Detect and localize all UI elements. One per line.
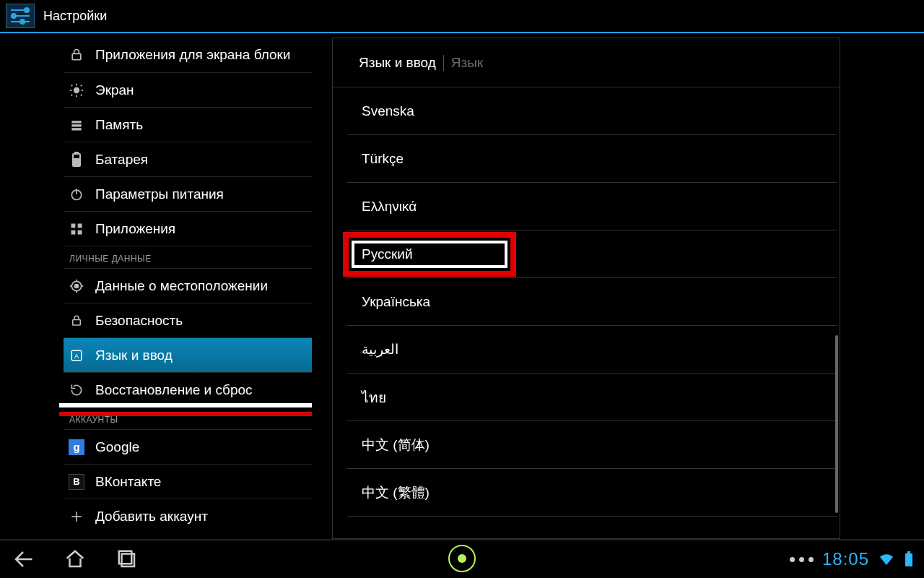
- svg-line-8: [71, 94, 73, 95]
- breadcrumb-current: Язык: [451, 55, 483, 71]
- sidebar-item-apps[interactable]: Приложения: [64, 211, 312, 246]
- battery-status-icon[interactable]: [904, 551, 914, 567]
- sidebar-item-label: Данные о местоположении: [95, 278, 268, 294]
- svg-point-22: [75, 284, 79, 288]
- svg-rect-11: [71, 124, 81, 126]
- svg-rect-14: [75, 152, 78, 154]
- sidebar-item-display[interactable]: Экран: [64, 72, 312, 107]
- language-item-russkiy[interactable]: Русский: [347, 230, 837, 278]
- sidebar-item-battery[interactable]: Батарея: [64, 142, 312, 176]
- language-item-turkce[interactable]: Türkçe: [347, 135, 837, 183]
- google-icon: g: [68, 439, 85, 456]
- backup-icon: [68, 381, 85, 399]
- sidebar-item-label: Google: [95, 439, 139, 455]
- sidebar-item-label: Экран: [95, 82, 134, 98]
- nav-left: [10, 546, 140, 572]
- sidebar-item-label: ВКонтакте: [95, 474, 161, 490]
- status-clock[interactable]: 18:05: [822, 549, 869, 569]
- back-button[interactable]: [10, 546, 36, 572]
- sidebar-item-google[interactable]: g Google: [64, 429, 312, 464]
- sidebar-item-label: Память: [95, 117, 143, 133]
- sidebar-item-label: Добавить аккаунт: [95, 509, 208, 525]
- storage-icon: [68, 116, 85, 134]
- svg-rect-28: [73, 319, 81, 325]
- language-label: 中文 (繁體): [362, 483, 430, 502]
- annotation-underline-red: [59, 412, 312, 416]
- sidebar-item-label: Язык и ввод: [95, 348, 173, 363]
- wifi-icon[interactable]: [878, 552, 895, 566]
- settings-icon: [6, 4, 35, 28]
- language-list[interactable]: Svenska Türkçe Ελληνικά Русский Українсь…: [333, 87, 840, 538]
- sidebar-item-label: Приложения: [95, 221, 175, 237]
- lock-icon: [68, 46, 85, 64]
- language-item-ukrainska[interactable]: Українська: [347, 278, 837, 326]
- security-icon: [68, 312, 85, 329]
- recent-apps-button[interactable]: [114, 546, 140, 572]
- svg-rect-12: [71, 128, 81, 130]
- language-label: ไทย: [362, 387, 386, 408]
- sidebar-item-add-account[interactable]: Добавить аккаунт: [64, 499, 312, 533]
- language-item-ellinika[interactable]: Ελληνικά: [347, 183, 837, 230]
- scrollbar-thumb[interactable]: [835, 335, 838, 513]
- svg-rect-21: [78, 230, 82, 234]
- settings-sidebar[interactable]: Приложения для экрана блоки Экран Память: [3, 38, 312, 539]
- breadcrumb: Язык и ввод Язык: [333, 38, 840, 87]
- sidebar-item-storage[interactable]: Память: [64, 107, 312, 142]
- content-area: Приложения для экрана блоки Экран Память: [0, 33, 924, 539]
- sidebar-item-vkontakte[interactable]: B ВКонтакте: [64, 464, 312, 499]
- system-navbar: 18:05: [0, 539, 924, 578]
- annotation-underline-white: [59, 403, 312, 407]
- language-item-zh-traditional[interactable]: 中文 (繁體): [347, 469, 837, 517]
- sidebar-item-power-params[interactable]: Параметры питания: [64, 176, 312, 211]
- language-item-arabic[interactable]: العربية: [347, 326, 837, 374]
- svg-line-9: [81, 94, 82, 95]
- app-bar: Настройки: [0, 0, 924, 33]
- svg-line-7: [81, 85, 82, 86]
- sidebar-item-language-input[interactable]: A Язык и ввод: [64, 337, 312, 372]
- language-label: 中文 (简体): [362, 436, 430, 454]
- sidebar-section-accounts: АККАУНТЫ: [64, 407, 312, 429]
- voice-search-button[interactable]: [448, 545, 476, 572]
- home-button[interactable]: [62, 546, 88, 572]
- plus-icon: [68, 508, 85, 525]
- language-panel: Язык и ввод Язык Svenska Türkçe Ελληνικά…: [332, 38, 840, 539]
- svg-rect-19: [78, 223, 82, 228]
- sidebar-item-label: Параметры питания: [95, 186, 224, 202]
- svg-rect-36: [905, 553, 912, 566]
- svg-line-6: [71, 85, 73, 86]
- sidebar-item-label: Приложения для экрана блоки: [95, 47, 290, 63]
- language-label: العربية: [362, 341, 398, 358]
- language-item-svenska[interactable]: Svenska: [347, 87, 837, 135]
- power-icon: [68, 186, 85, 203]
- svg-rect-37: [907, 551, 910, 553]
- apps-icon: [68, 220, 85, 238]
- battery-icon: [68, 151, 85, 168]
- screen: Настройки Приложения для экрана блоки Эк…: [0, 0, 924, 578]
- language-item-thai[interactable]: ไทย: [347, 374, 837, 421]
- display-icon: [68, 82, 85, 99]
- svg-rect-20: [71, 230, 76, 234]
- language-label: Русский: [362, 246, 413, 262]
- language-item-zh-simplified[interactable]: 中文 (简体): [347, 421, 837, 469]
- sidebar-item-lockscreen-apps[interactable]: Приложения для экрана блоки: [64, 38, 312, 72]
- language-label: Türkçe: [362, 151, 404, 167]
- language-label: Ελληνικά: [362, 199, 417, 215]
- sidebar-item-label: Безопасность: [95, 313, 183, 329]
- sidebar-item-location[interactable]: Данные о местоположении: [64, 268, 312, 303]
- svg-point-1: [74, 87, 79, 92]
- language-label: Svenska: [362, 103, 414, 119]
- sidebar-item-label: Батарея: [95, 152, 148, 168]
- app-title: Настройки: [43, 9, 107, 24]
- sidebar-item-backup-reset[interactable]: Восстановление и сброс: [64, 372, 312, 407]
- breadcrumb-separator: [443, 55, 444, 71]
- sidebar-section-personal: ЛИЧНЫЕ ДАННЫЕ: [64, 246, 312, 268]
- svg-rect-18: [71, 223, 76, 228]
- breadcrumb-parent[interactable]: Язык и ввод: [359, 55, 436, 71]
- svg-rect-0: [72, 53, 81, 59]
- sidebar-item-security[interactable]: Безопасность: [64, 303, 312, 337]
- svg-rect-15: [74, 159, 79, 165]
- notifications-button[interactable]: [790, 557, 814, 562]
- language-icon: A: [68, 347, 85, 364]
- location-icon: [68, 277, 85, 295]
- language-label: Українська: [362, 294, 430, 310]
